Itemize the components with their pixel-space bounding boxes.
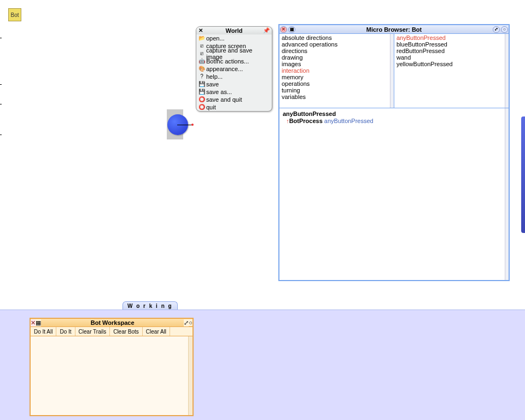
world-menu: ✕ World 📌 📂open...⎚capture screen⎚captur… [196,26,272,112]
menu-item-label: save and quit [206,96,242,103]
workspace-titlebar[interactable]: ✕ ▦ Bot Workspace ⤢ ○ [31,319,192,327]
close-icon[interactable]: ✕ [280,26,287,33]
scrollbar[interactable] [505,108,509,280]
world-menu-item[interactable]: 🎨appearance... [196,65,272,73]
collapse-icon[interactable]: ○ [501,26,508,33]
menu-item-label: appearance... [206,66,243,72]
world-menu-title: World [226,27,243,34]
workspace-button[interactable]: Do It [56,327,75,336]
code-body: ↑BotProcess anyButtonPressed [283,118,505,125]
code-message: anyButtonPressed [324,118,374,124]
workspace-text-area[interactable] [31,336,192,415]
workspace-button[interactable]: Clear Bots [110,327,143,336]
close-icon[interactable]: ✕ [199,27,203,33]
micro-browser-window: ✕ ▦ Micro Browser: Bot ⤢ ○ absolute dire… [278,24,510,281]
scrollbar[interactable] [505,34,509,108]
world-menu-item[interactable]: 📂open... [196,34,272,42]
method-item[interactable]: blueButtonPressed [394,41,509,48]
workspace-title: Bot Workspace [41,319,184,326]
protocol-item[interactable]: directions [279,48,394,54]
menu-item-icon: 💾 [199,81,205,88]
tick-mark [0,135,2,135]
protocol-item[interactable]: drawing [279,54,394,61]
menu-item-icon: ⎚ [199,43,205,49]
protocol-item[interactable]: absolute directions [279,34,394,41]
workspace-button[interactable]: Clear All [143,327,170,336]
expand-icon[interactable]: ⤢ [184,319,189,326]
menu-item-label: open... [206,35,225,42]
right-flap[interactable] [521,116,525,233]
method-item[interactable]: anyButtonPressed [394,34,509,41]
browser-title: Micro Browser: Bot [296,26,492,33]
menu-icon[interactable]: ▦ [36,319,41,326]
menu-item-label: BotInc actions... [206,58,249,65]
menu-item-label: save as... [206,89,232,95]
method-item[interactable]: redButtonPressed [394,48,509,54]
menu-item-icon: ⭕ [199,104,205,110]
protocol-item[interactable]: memory [279,74,394,80]
tick-mark [0,38,2,38]
tick-mark [0,104,2,104]
protocol-item[interactable]: variables [279,94,394,100]
menu-icon[interactable]: ▦ [288,26,295,33]
browser-titlebar[interactable]: ✕ ▦ Micro Browser: Bot ⤢ ○ [279,25,509,34]
protocol-item[interactable]: interaction [279,67,394,74]
robot-direction-indicator [177,125,192,125]
working-tab[interactable]: W o r k i n g [122,301,178,310]
world-menu-item[interactable]: ⭕save and quit [196,96,272,103]
workspace-button[interactable]: Do It All [31,327,56,336]
protocol-item[interactable]: images [279,61,394,67]
protocol-item[interactable]: turning [279,87,394,94]
world-menu-item[interactable]: ⭕quit [196,103,272,111]
workspace-button[interactable]: Clear Trails [75,327,110,336]
method-item[interactable]: wand [394,54,509,61]
menu-item-label: save [206,81,219,88]
scrollbar[interactable] [188,336,192,415]
close-icon[interactable]: ✕ [31,319,36,326]
menu-item-icon: ⎚ [199,50,205,57]
scrollbar[interactable] [390,34,394,108]
menu-item-icon: ? [199,73,205,80]
method-item[interactable]: yellowButtonPressed [394,61,509,67]
bot-chip-label: Bot [10,12,19,18]
menu-item-icon: 💾 [199,89,205,95]
method-list[interactable]: anyButtonPressedblueButtonPressedredButt… [394,34,509,108]
tick-mark [0,84,2,85]
world-menu-item[interactable]: ?help... [196,73,272,80]
collapse-icon[interactable]: ○ [189,319,192,326]
protocol-item[interactable]: advanced operations [279,41,394,48]
pin-icon[interactable]: 📌 [263,27,270,33]
world-menu-item[interactable]: ⎚capture and save image [196,50,272,57]
code-pane[interactable]: anyButtonPressed ↑BotProcess anyButtonPr… [279,108,509,280]
workspace-toolbar: Do It AllDo ItClear TrailsClear BotsClea… [31,327,192,336]
menu-item-icon: 📂 [199,35,205,42]
world-menu-item[interactable]: 💾save as... [196,88,272,96]
menu-item-icon: 🤖 [199,58,205,65]
working-tab-label: W o r k i n g [127,303,173,309]
world-menu-item[interactable]: 💾save [196,80,272,88]
menu-item-icon: 🎨 [199,66,205,72]
expand-icon[interactable]: ⤢ [493,26,500,33]
world-menu-titlebar: ✕ World 📌 [196,27,272,34]
bot-chip[interactable]: Bot [8,8,21,21]
code-class: BotProcess [289,118,323,124]
bot-workspace-window: ✕ ▦ Bot Workspace ⤢ ○ Do It AllDo ItClea… [30,318,194,416]
protocol-item[interactable]: operations [279,80,394,87]
menu-item-label: quit [206,104,216,110]
menu-item-icon: ⭕ [199,96,205,103]
protocol-list[interactable]: absolute directionsadvanced operationsdi… [279,34,394,108]
code-method-header: anyButtonPressed [283,110,505,118]
menu-item-label: help... [206,73,223,80]
